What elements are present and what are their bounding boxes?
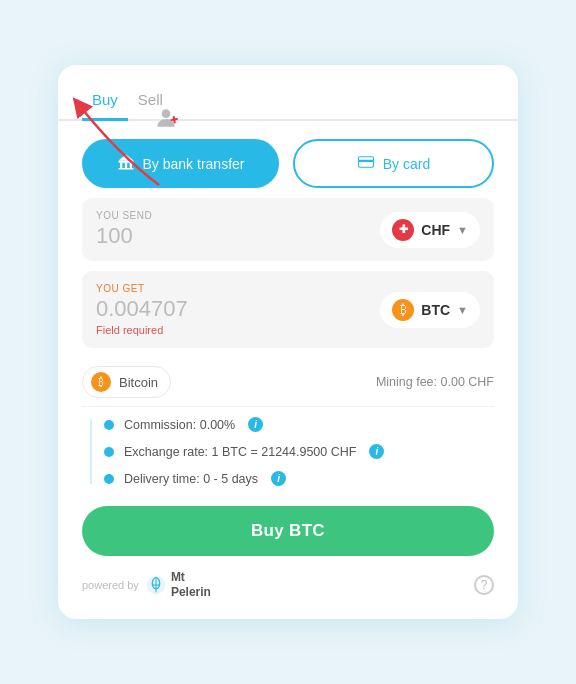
receive-currency-selector[interactable]: ₿ BTC ▼: [380, 292, 480, 328]
bank-button-label: By bank transfer: [143, 156, 245, 172]
exchange-rate-text: Exchange rate: 1 BTC = 21244.9500 CHF: [124, 445, 356, 459]
buy-btc-button[interactable]: Buy BTC: [82, 506, 494, 556]
svg-rect-7: [129, 163, 131, 168]
send-currency-name: CHF: [421, 222, 450, 238]
card-icon: [357, 153, 375, 174]
commission-text: Commission: 0.00%: [124, 418, 235, 432]
crypto-name-badge: ₿ Bitcoin: [82, 366, 171, 398]
bank-icon: [117, 153, 135, 174]
field-required-text: Field required: [96, 324, 188, 336]
help-icon[interactable]: ?: [474, 575, 494, 595]
exchange-dot: [104, 447, 114, 457]
receive-value[interactable]: 0.004707: [96, 296, 188, 322]
commission-info-icon[interactable]: i: [248, 417, 263, 432]
pelerin-name: MtPelerin: [171, 570, 211, 599]
send-label: YOU SEND: [96, 210, 152, 221]
send-input-box: YOU SEND 100 ✚ CHF ▼: [82, 198, 494, 261]
btc-flag: ₿: [392, 299, 414, 321]
user-profile-icon: [153, 105, 179, 131]
vertical-line: [90, 419, 92, 484]
delivery-dot: [104, 474, 114, 484]
crypto-name: Bitcoin: [119, 375, 158, 390]
powered-by-text: powered by: [82, 579, 139, 591]
svg-rect-8: [118, 168, 133, 170]
bank-transfer-button[interactable]: By bank transfer: [82, 139, 279, 188]
svg-rect-6: [124, 163, 126, 168]
send-value[interactable]: 100: [96, 223, 152, 249]
bitcoin-icon: ₿: [91, 372, 111, 392]
svg-rect-11: [358, 160, 373, 162]
receive-label: YOU GET: [96, 283, 188, 294]
pelerin-logo-icon: [145, 574, 167, 596]
chf-icon: ✚: [399, 223, 408, 236]
main-card: Buy Sell: [58, 65, 518, 619]
receive-input-box: YOU GET 0.004707 Field required ₿ BTC ▼: [82, 271, 494, 348]
delivery-text: Delivery time: 0 - 5 days: [124, 472, 258, 486]
commission-dot: [104, 420, 114, 430]
commission-row: Commission: 0.00% i: [100, 411, 494, 438]
svg-marker-9: [118, 155, 133, 161]
mining-fee-text: Mining fee: 0.00 CHF: [376, 375, 494, 389]
crypto-row: ₿ Bitcoin Mining fee: 0.00 CHF: [82, 358, 494, 407]
pelerin-logo: MtPelerin: [145, 570, 211, 599]
user-icon-button[interactable]: [153, 105, 179, 135]
send-chevron-icon: ▼: [457, 224, 468, 236]
receive-chevron-icon: ▼: [457, 304, 468, 316]
tabs-container: Buy Sell: [58, 65, 518, 121]
footer: powered by MtPelerin ?: [58, 556, 518, 599]
delivery-info-icon[interactable]: i: [271, 471, 286, 486]
svg-rect-5: [120, 163, 122, 168]
svg-point-1: [162, 109, 171, 118]
card-button[interactable]: By card: [293, 139, 494, 188]
crypto-detail-section: ₿ Bitcoin Mining fee: 0.00 CHF Commissio…: [58, 358, 518, 492]
payment-buttons: By bank transfer By card: [58, 121, 518, 198]
details-container: Commission: 0.00% i Exchange rate: 1 BTC…: [82, 411, 494, 492]
send-currency-selector[interactable]: ✚ CHF ▼: [380, 212, 480, 248]
delivery-row: Delivery time: 0 - 5 days i: [100, 465, 494, 492]
tab-buy[interactable]: Buy: [82, 83, 128, 121]
send-section: YOU SEND 100 ✚ CHF ▼ YOU GET 0.004707 Fi…: [58, 198, 518, 348]
exchange-info-icon[interactable]: i: [369, 444, 384, 459]
exchange-rate-row: Exchange rate: 1 BTC = 21244.9500 CHF i: [100, 438, 494, 465]
chf-flag: ✚: [392, 219, 414, 241]
card-button-label: By card: [383, 156, 430, 172]
svg-rect-4: [118, 161, 133, 163]
receive-currency-name: BTC: [421, 302, 450, 318]
